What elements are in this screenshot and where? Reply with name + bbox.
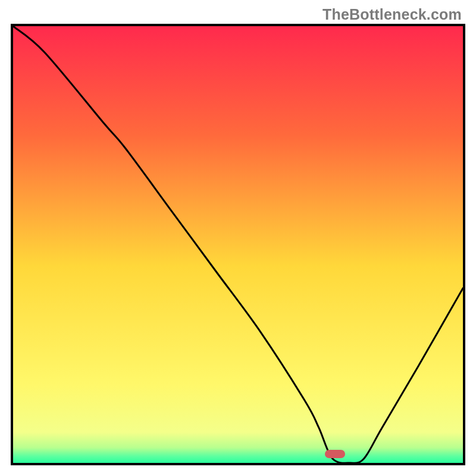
plot-area <box>13 26 463 463</box>
plot-svg <box>13 26 463 463</box>
gradient-background <box>13 26 463 463</box>
optimum-marker <box>325 450 345 458</box>
chart-frame: TheBottleneck.com <box>0 0 476 476</box>
watermark-text: TheBottleneck.com <box>322 6 462 23</box>
border-bottom <box>11 463 465 465</box>
border-right <box>463 24 465 465</box>
